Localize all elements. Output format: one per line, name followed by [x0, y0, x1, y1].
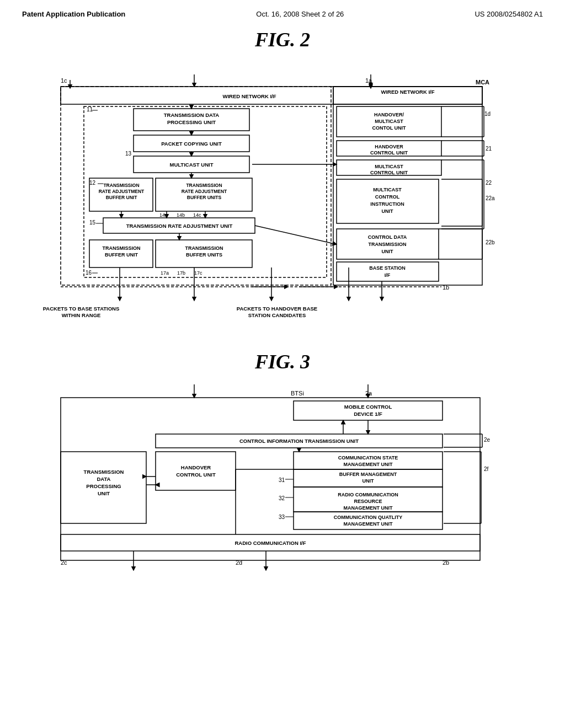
- svg-rect-91: [337, 229, 439, 259]
- svg-rect-5: [61, 87, 331, 285]
- svg-text:2e: 2e: [484, 437, 491, 443]
- svg-text:14c: 14c: [193, 212, 201, 218]
- svg-text:BUFFER UNIT: BUFFER UNIT: [106, 195, 137, 200]
- svg-text:TRANSMISSION DATA: TRANSMISSION DATA: [164, 112, 220, 118]
- svg-text:MULTICAST: MULTICAST: [373, 187, 402, 192]
- svg-text:TRANSMISSION: TRANSMISSION: [368, 242, 406, 247]
- svg-rect-7: [333, 87, 482, 104]
- svg-rect-99: [337, 262, 439, 281]
- fig3-title: FIG. 3: [22, 350, 543, 373]
- svg-text:MCA: MCA: [476, 79, 489, 85]
- svg-text:CONTROL DATA: CONTROL DATA: [368, 234, 407, 240]
- svg-text:12: 12: [89, 180, 96, 186]
- svg-rect-48: [89, 240, 153, 267]
- svg-text:BUFFER UNITS: BUFFER UNITS: [187, 195, 222, 200]
- svg-text:1a: 1a: [365, 77, 372, 84]
- svg-text:BUFFER UNIT: BUFFER UNIT: [105, 252, 138, 258]
- svg-text:2b: 2b: [443, 559, 449, 566]
- svg-text:BUFFER UNITS: BUFFER UNITS: [186, 252, 222, 258]
- svg-text:PACKETS TO BASE STATIONS: PACKETS TO BASE STATIONS: [43, 306, 120, 312]
- svg-text:1d: 1d: [484, 111, 491, 117]
- svg-text:WIRED NETWORK I/F: WIRED NETWORK I/F: [222, 93, 276, 99]
- svg-text:PACKET COPYING UNIT: PACKET COPYING UNIT: [161, 141, 222, 147]
- fig3-container: BTSi 2a MOBILE CONTROL DEVICE 1/F 2e CON…: [23, 380, 542, 579]
- svg-text:MULTICAST: MULTICAST: [375, 164, 403, 169]
- svg-text:MULTICAST: MULTICAST: [375, 119, 403, 124]
- svg-text:HANDOVER/: HANDOVER/: [374, 112, 404, 117]
- svg-text:33: 33: [279, 514, 285, 520]
- svg-text:HANDOVER: HANDOVER: [181, 464, 211, 470]
- svg-text:17b: 17b: [177, 270, 185, 276]
- header-date-sheet: Oct. 16, 2008 Sheet 2 of 26: [256, 10, 344, 18]
- fig2-diagram: 1c 1a MCA WIRED NETWORK I/F: [23, 58, 542, 328]
- svg-text:WIRED NETWORK I/F: WIRED NETWORK I/F: [381, 89, 434, 95]
- page: Patent Application Publication Oct. 16, …: [0, 0, 565, 595]
- svg-text:2a: 2a: [365, 390, 372, 397]
- svg-line-103: [255, 226, 337, 244]
- svg-text:CONTROL UNIT: CONTROL UNIT: [370, 170, 408, 175]
- svg-text:UNIT: UNIT: [382, 249, 393, 254]
- fig3-diagram: BTSi 2a MOBILE CONTROL DEVICE 1/F 2e CON…: [23, 380, 542, 579]
- svg-text:BTSi: BTSi: [291, 390, 304, 397]
- svg-text:CONTROL UNIT: CONTROL UNIT: [370, 150, 408, 156]
- svg-rect-61: [337, 106, 441, 137]
- svg-text:I/F: I/F: [385, 272, 391, 278]
- svg-text:1c: 1c: [61, 77, 67, 84]
- svg-rect-138: [156, 452, 236, 490]
- fig2-svg: 1c 1a MCA WIRED NETWORK I/F: [23, 58, 542, 328]
- svg-text:UNIT: UNIT: [382, 208, 393, 214]
- svg-text:1b: 1b: [443, 284, 449, 291]
- svg-text:TRANSMISSION: TRANSMISSION: [84, 469, 124, 475]
- svg-text:17a: 17a: [161, 270, 169, 276]
- svg-text:2f: 2f: [484, 466, 489, 472]
- svg-rect-10: [61, 87, 482, 104]
- svg-text:BASE STATION: BASE STATION: [369, 265, 406, 271]
- svg-rect-86: [337, 179, 439, 223]
- svg-text:WITHIN RANGE: WITHIN RANGE: [62, 312, 101, 318]
- svg-text:MANAGEMENT UNIT: MANAGEMENT UNIT: [344, 462, 393, 467]
- svg-text:13: 13: [125, 151, 132, 157]
- svg-text:TRANSMISSION: TRANSMISSION: [103, 183, 139, 188]
- svg-text:PROCESSING UNIT: PROCESSING UNIT: [167, 119, 216, 125]
- svg-rect-15: [134, 109, 249, 131]
- svg-text:MANAGEMENT UNIT: MANAGEMENT UNIT: [344, 521, 393, 527]
- svg-text:31: 31: [279, 477, 285, 483]
- svg-text:21: 21: [486, 146, 492, 152]
- svg-text:DEVICE 1/F: DEVICE 1/F: [354, 411, 382, 417]
- svg-text:MANAGEMENT UNIT: MANAGEMENT UNIT: [344, 505, 393, 511]
- svg-text:PACKETS TO HANDOVER BASE: PACKETS TO HANDOVER BASE: [237, 306, 317, 312]
- svg-text:14b: 14b: [177, 212, 185, 218]
- svg-text:11: 11: [87, 106, 93, 113]
- svg-text:14a: 14a: [159, 212, 168, 218]
- svg-text:RADIO COMMUNICATION I/F: RADIO COMMUNICATION I/F: [234, 540, 306, 546]
- svg-text:TRANSMISSION RATE ADJUSTMENT U: TRANSMISSION RATE ADJUSTMENT UNIT: [126, 223, 233, 229]
- svg-text:RATE ADJUSTMENT: RATE ADJUSTMENT: [182, 189, 227, 194]
- svg-text:CONTROL INFORMATION TRANSMISSI: CONTROL INFORMATION TRANSMISSION UNIT: [239, 438, 359, 444]
- svg-text:HANDOVER: HANDOVER: [375, 144, 403, 149]
- header-publication: Patent Application Publication: [22, 10, 125, 18]
- svg-text:32: 32: [279, 495, 285, 501]
- svg-text:MOBILE CONTROL: MOBILE CONTROL: [344, 404, 392, 410]
- svg-text:15: 15: [89, 220, 96, 226]
- svg-text:2d: 2d: [236, 559, 242, 566]
- svg-rect-19: [134, 135, 249, 152]
- svg-text:INSTRUCTION: INSTRUCTION: [370, 201, 404, 207]
- svg-text:TRANSMISSION: TRANSMISSION: [102, 245, 140, 251]
- svg-text:UNIT: UNIT: [98, 490, 110, 496]
- svg-text:CONTOL UNIT: CONTOL UNIT: [372, 125, 406, 131]
- svg-text:BUFFER MANAGEMENT: BUFFER MANAGEMENT: [339, 472, 397, 477]
- svg-text:CONTROL UNIT: CONTROL UNIT: [176, 472, 216, 478]
- svg-text:22b: 22b: [486, 239, 495, 245]
- svg-rect-121: [61, 398, 480, 560]
- fig3-svg: BTSi 2a MOBILE CONTROL DEVICE 1/F 2e CON…: [23, 380, 542, 584]
- svg-text:TRANSMISSION: TRANSMISSION: [186, 183, 222, 188]
- fig2-title: FIG. 2: [22, 28, 543, 51]
- page-header: Patent Application Publication Oct. 16, …: [22, 10, 543, 18]
- header-patent-number: US 2008/0254802 A1: [475, 10, 543, 18]
- svg-rect-23: [134, 156, 249, 173]
- svg-text:CONTROL: CONTROL: [375, 194, 400, 200]
- svg-text:17c: 17c: [194, 270, 202, 276]
- svg-rect-6: [333, 87, 482, 285]
- svg-text:TRANSMISSION: TRANSMISSION: [185, 245, 223, 251]
- svg-text:RADIO COMMUNICATION: RADIO COMMUNICATION: [338, 492, 398, 497]
